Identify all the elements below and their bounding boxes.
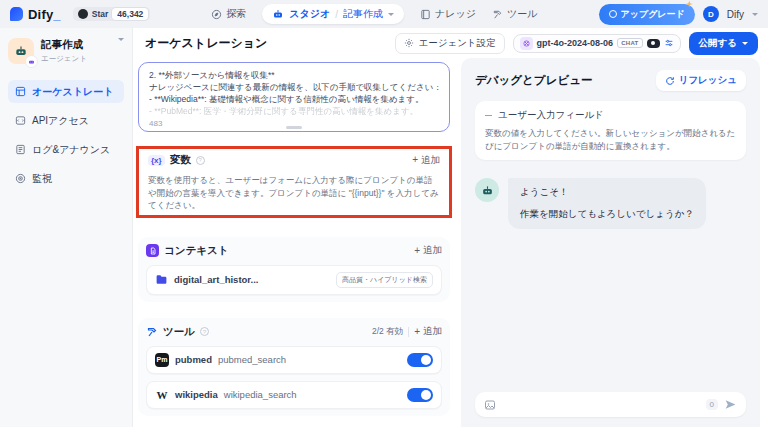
resize-handle[interactable] xyxy=(286,126,302,129)
github-icon xyxy=(78,9,88,19)
context-section: コンテキスト +追加 digital_art_histor... 高品質・ハイブ… xyxy=(138,237,450,302)
dataset-name: digital_art_histor... xyxy=(174,274,258,285)
content-body: 2. **外部ソースから情報を収集** ナレッジベースに関連する最新の情報を、以… xyxy=(133,58,768,427)
sidebar-item-logs[interactable]: ログ&アナウンス xyxy=(8,138,124,161)
github-star-widget[interactable]: Star 46,342 xyxy=(73,7,151,21)
variables-icon: {x} xyxy=(148,155,165,166)
dify-logo[interactable]: Dify_ xyxy=(10,7,61,22)
sidebar-item-orchestrate[interactable]: オーケストレート xyxy=(8,80,124,103)
log-icon xyxy=(15,144,26,155)
debug-title: デバッグとプレビュー xyxy=(475,73,656,88)
gear-icon xyxy=(404,38,414,48)
page-title: オーケストレーション xyxy=(145,35,387,52)
orchestrate-icon xyxy=(15,86,26,97)
nav-current-app-label: 記事作成 xyxy=(343,7,383,21)
nav-knowledge[interactable]: ナレッジ xyxy=(420,7,476,21)
user-input-fields-card[interactable]: ユーザー入力フィールド 変数の値を入力してください。新しいセッションが開始される… xyxy=(475,101,746,160)
attach-image-icon[interactable] xyxy=(484,399,496,411)
char-counter: 0 xyxy=(706,399,718,410)
agent-settings-button[interactable]: エージェント設定 xyxy=(395,33,504,54)
add-tool-label: 追加 xyxy=(423,325,442,338)
sidebar-nav: オーケストレート APIアクセス ログ&アナウンス 監視 xyxy=(8,80,124,190)
app-switcher-chevron-icon[interactable] xyxy=(118,38,124,41)
account-chevron-icon[interactable] xyxy=(752,13,758,16)
sidebar-item-label: オーケストレート xyxy=(32,85,113,99)
github-star-label: Star xyxy=(92,9,109,19)
prompt-line: ナレッジベースに関連する最新の情報を、以下の手順で収集してください： xyxy=(149,81,439,93)
nav-tools[interactable]: ツール xyxy=(492,7,537,21)
user-input-fields-description: 変数の値を入力してください。新しいセッションが開始されるたびにプロンプトの単語が… xyxy=(485,127,736,152)
app-header: Dify_ Star 46,342 探索 スタジオ / 記事作成 ナレッジ ツー… xyxy=(0,0,768,28)
publish-button[interactable]: 公開する xyxy=(689,32,758,55)
app-avatar xyxy=(8,38,34,64)
sidebar-app-header[interactable]: 記事作成 エージェント xyxy=(8,38,124,64)
prompt-editor[interactable]: 2. **外部ソースから情報を収集** ナレッジベースに関連する最新の情報を、以… xyxy=(138,62,450,132)
add-context-button[interactable]: +追加 xyxy=(414,244,442,257)
send-icon[interactable] xyxy=(724,398,737,411)
chevron-down-icon xyxy=(388,13,394,16)
upgrade-label: アップグレード xyxy=(621,8,685,21)
sidebar-item-monitoring[interactable]: 監視 xyxy=(8,167,124,190)
sidebar-item-api-access[interactable]: APIアクセス xyxy=(8,109,124,132)
plus-icon: + xyxy=(414,246,420,256)
nav-explore-label: 探索 xyxy=(226,7,246,21)
refresh-button[interactable]: リフレッシュ xyxy=(656,70,746,91)
monitor-icon xyxy=(15,173,26,184)
compass-icon xyxy=(211,9,222,20)
prompt-line-faded: - **PubMed**: 医学・学術分野に関する専門性の高い情報を集めます。 xyxy=(149,105,439,117)
variables-section: {x} 変数 ? +追加 変数を使用すると、ユーザーはフォームに入力する際にプロ… xyxy=(138,144,450,221)
context-dataset-row[interactable]: digital_art_histor... 高品質・ハイブリッド検索 xyxy=(146,265,442,295)
wikipedia-toggle[interactable] xyxy=(407,388,433,402)
account-avatar[interactable]: D xyxy=(703,6,719,22)
nav-studio-label: スタジオ xyxy=(289,7,330,21)
openai-icon xyxy=(522,39,531,48)
message-line: ようこそ！ xyxy=(520,186,694,199)
header-nav: 探索 スタジオ / 記事作成 ナレッジ ツール xyxy=(158,4,590,24)
variables-title: 変数 xyxy=(170,153,191,167)
publish-chevron-icon xyxy=(742,42,748,45)
robot-avatar-icon xyxy=(14,44,28,58)
tool-row-pubmed[interactable]: Pm pubmed pubmed_search xyxy=(146,346,442,374)
add-variable-label: 追加 xyxy=(421,154,440,167)
tool-name: wikipedia_search xyxy=(224,389,297,400)
dify-logo-text: Dify_ xyxy=(28,7,61,22)
agent-badge xyxy=(26,56,37,67)
tool-provider: pubmed xyxy=(175,354,212,365)
app-name: 記事作成 xyxy=(41,38,111,52)
tools-icon xyxy=(146,326,158,338)
robot-avatar-icon xyxy=(481,184,494,197)
info-icon: ? xyxy=(200,327,209,336)
chat-input-bar[interactable]: 0 xyxy=(475,392,746,417)
pubmed-toggle[interactable] xyxy=(407,353,433,367)
folder-icon xyxy=(155,273,168,286)
tune-sliders-icon[interactable] xyxy=(664,38,674,48)
prompt-line: - **Wikipedia**: 基礎情報や概念に関する信頼性の高い情報を集めま… xyxy=(149,93,439,105)
nav-explore[interactable]: 探索 xyxy=(211,7,246,21)
add-tool-button[interactable]: +追加 xyxy=(414,325,442,338)
tool-name: pubmed_search xyxy=(218,354,286,365)
publish-label: 公開する xyxy=(699,37,737,50)
pubmed-icon: Pm xyxy=(155,353,169,367)
user-input-fields-header[interactable]: ユーザー入力フィールド xyxy=(485,109,736,122)
divider xyxy=(408,327,409,337)
dify-logo-icon xyxy=(10,7,23,21)
orchestration-panel: 2. **外部ソースから情報を収集** ナレッジベースに関連する最新の情報を、以… xyxy=(133,58,455,427)
app-meta: 記事作成 エージェント xyxy=(41,38,111,64)
nav-tools-label: ツール xyxy=(507,7,537,21)
model-selector[interactable]: gpt-4o-2024-08-06 CHAT xyxy=(513,34,681,53)
model-type-badge: CHAT xyxy=(617,38,642,48)
api-icon xyxy=(15,115,26,126)
add-variable-button[interactable]: +追加 xyxy=(412,154,440,167)
upgrade-button[interactable]: アップグレード xyxy=(599,4,695,25)
chat-message: ようこそ！ 作業を開始してもよろしいでしょうか？ xyxy=(475,178,746,229)
assistant-message-bubble: ようこそ！ 作業を開始してもよろしいでしょうか？ xyxy=(508,178,706,229)
header-right: アップグレード D Dify xyxy=(599,4,759,25)
tool-row-wikipedia[interactable]: W wikipedia wikipedia_search xyxy=(146,381,442,409)
collapse-icon xyxy=(485,115,492,117)
plus-icon: + xyxy=(414,327,420,337)
tool-provider: wikipedia xyxy=(175,389,218,400)
tools-title: ツール xyxy=(163,325,195,339)
debug-panel: デバッグとプレビュー リフレッシュ ユーザー入力フィールド 変数の値を入力してく… xyxy=(461,58,760,427)
content-header: オーケストレーション エージェント設定 gpt-4o-2024-08-06 CH… xyxy=(133,28,768,58)
nav-studio-pill[interactable]: スタジオ / 記事作成 xyxy=(262,4,404,24)
